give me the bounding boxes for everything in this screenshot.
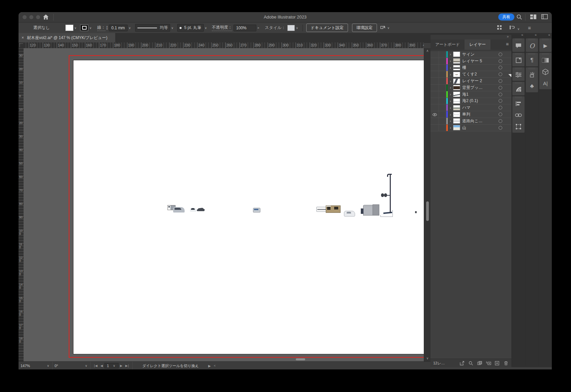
vehicle-wagon-car[interactable] — [173, 207, 185, 213]
visibility-toggle[interactable] — [431, 85, 439, 91]
opentype-panel-icon[interactable]: O — [526, 40, 538, 52]
fill-chevron-icon[interactable]: ∨ — [73, 26, 78, 30]
layer-target-circle[interactable] — [499, 112, 502, 116]
layer-row[interactable]: › 海1 — [431, 91, 511, 98]
workspace-grid-icon[interactable] — [497, 25, 502, 31]
expand-layer-icon[interactable]: › — [448, 66, 453, 70]
expand-layer-icon[interactable]: › — [448, 106, 453, 110]
building-box[interactable] — [361, 204, 379, 215]
layer-target-circle[interactable] — [499, 93, 502, 96]
status-collapse-icon[interactable]: < — [213, 364, 217, 367]
document-setup-button[interactable]: ドキュメント設定 — [306, 24, 348, 32]
three-d-panel-icon[interactable] — [539, 66, 551, 77]
stroke-swatch[interactable] — [80, 25, 88, 31]
opacity-input[interactable]: 100% — [233, 25, 256, 31]
traffic-signal[interactable] — [381, 174, 393, 213]
tab-artboards[interactable]: アートボード — [431, 39, 465, 50]
visibility-toggle[interactable] — [431, 51, 439, 58]
layer-thumbnail[interactable] — [453, 112, 460, 117]
small-object[interactable] — [415, 211, 417, 213]
horizontal-ruler[interactable]: 1201301401501601701801902002102202302402… — [24, 42, 424, 48]
lock-toggle[interactable] — [439, 98, 446, 104]
layer-thumbnail[interactable] — [453, 58, 460, 64]
stroke-width-label[interactable]: 線： — [97, 25, 105, 31]
layer-name[interactable]: 背景ブッ… — [462, 85, 499, 91]
stroke-chevron-icon[interactable]: ∨ — [88, 26, 93, 30]
artboard-number-field[interactable]: 1 ∨ — [104, 363, 119, 368]
vertical-scrollbar-thumb[interactable] — [426, 201, 429, 221]
preferences-button[interactable]: 環境設定 — [352, 24, 377, 32]
select-similar-icon[interactable] — [380, 25, 386, 31]
style-swatch[interactable] — [287, 25, 295, 31]
symbols-panel-icon[interactable]: ♣ — [526, 80, 538, 92]
expand-layer-icon[interactable]: › — [448, 126, 453, 130]
layer-target-circle[interactable] — [499, 106, 502, 109]
layer-row[interactable]: › 柵 — [431, 65, 511, 71]
expand-layer-icon[interactable]: › — [448, 79, 453, 83]
layer-row[interactable]: › 海2 (0.1) — [431, 98, 511, 105]
paragraph-panel-icon[interactable]: ¶ — [526, 55, 538, 66]
visibility-toggle[interactable] — [431, 91, 439, 98]
expand-layer-icon[interactable]: › — [448, 99, 453, 103]
rotation-control[interactable]: 0° ∨ — [53, 362, 91, 369]
share-button[interactable]: 共有 — [498, 13, 514, 21]
panel-layout-icon[interactable] — [541, 14, 548, 21]
separations-preview-panel-icon[interactable] — [512, 84, 525, 95]
expand-layer-icon[interactable]: › — [448, 72, 453, 76]
brush-dropdown[interactable]: 5 pt. 丸筆 — [177, 24, 204, 32]
layer-row[interactable]: › 車列 — [431, 111, 511, 118]
layer-thumbnail[interactable] — [453, 125, 460, 130]
transform-panel-icon[interactable] — [512, 121, 525, 132]
layer-row[interactable]: › サイン — [431, 51, 511, 58]
locate-object-icon[interactable] — [467, 361, 475, 365]
expand-layer-icon[interactable]: › — [448, 52, 453, 56]
align-panel-icon[interactable] — [512, 98, 525, 109]
layer-target-circle[interactable] — [499, 86, 502, 90]
layer-target-circle[interactable] — [499, 59, 502, 63]
properties-panel-icon[interactable] — [512, 69, 525, 80]
layer-row[interactable]: › レイヤー 5 — [431, 58, 511, 65]
visibility-toggle[interactable] — [431, 98, 439, 104]
lock-toggle[interactable] — [439, 65, 446, 71]
last-artboard-icon[interactable]: ▶| — [124, 364, 130, 367]
layer-name[interactable]: レイヤー 2 — [462, 78, 499, 84]
layer-name[interactable]: サイン — [462, 52, 499, 57]
horizontal-scrollbar-thumb[interactable] — [296, 358, 305, 360]
vehicle-camper-truck[interactable] — [326, 205, 341, 213]
new-layer-icon[interactable] — [493, 361, 502, 365]
layer-thumbnail[interactable] — [453, 78, 460, 84]
layer-name[interactable]: てくす2 — [462, 71, 499, 77]
vertical-ruler[interactable]: 3020100102030405060708090100110120130140… — [19, 48, 24, 361]
lock-toggle[interactable] — [439, 78, 446, 84]
vehicle-van[interactable] — [253, 208, 260, 213]
canvas[interactable] — [24, 48, 424, 361]
layer-thumbnail[interactable] — [453, 105, 460, 110]
lock-toggle[interactable] — [439, 125, 446, 131]
layer-name[interactable]: レイヤー 5 — [462, 58, 499, 64]
lock-toggle[interactable] — [439, 58, 446, 64]
close-tab-icon[interactable]: × — [19, 35, 27, 40]
brush-chevron-icon[interactable]: ∨ — [204, 26, 208, 30]
lock-toggle[interactable] — [439, 91, 446, 98]
document-tab[interactable]: × 材木座vol2.ai* @ 147 % (CMYK/プレビュー) — [19, 33, 115, 42]
scroll-down-icon[interactable]: ∨ — [424, 356, 431, 360]
delete-layer-icon[interactable] — [502, 361, 510, 365]
actions-panel-icon[interactable]: ▶ — [539, 40, 551, 52]
layer-thumbnail[interactable] — [453, 72, 460, 77]
search-icon[interactable] — [516, 14, 522, 21]
brushes-panel-icon[interactable] — [526, 69, 538, 80]
layer-thumbnail[interactable] — [453, 65, 460, 70]
select-similar-chevron-icon[interactable]: ∨ — [386, 26, 391, 30]
layer-target-circle[interactable] — [499, 79, 502, 83]
layer-name[interactable]: ハマ — [462, 105, 499, 110]
first-artboard-icon[interactable]: |◀ — [93, 364, 99, 367]
vehicle-small-car[interactable] — [190, 208, 196, 212]
layer-thumbnail[interactable] — [453, 85, 460, 90]
expand-layer-icon[interactable]: › — [448, 59, 453, 63]
layer-target-circle[interactable] — [499, 72, 502, 76]
lock-toggle[interactable] — [439, 111, 446, 118]
layer-row[interactable]: › レイヤー 2 — [431, 78, 511, 85]
artboards-panel-icon[interactable] — [512, 55, 525, 66]
layer-row[interactable]: › 道路向こ… — [431, 118, 511, 125]
new-sublayer-icon[interactable] — [484, 361, 493, 365]
